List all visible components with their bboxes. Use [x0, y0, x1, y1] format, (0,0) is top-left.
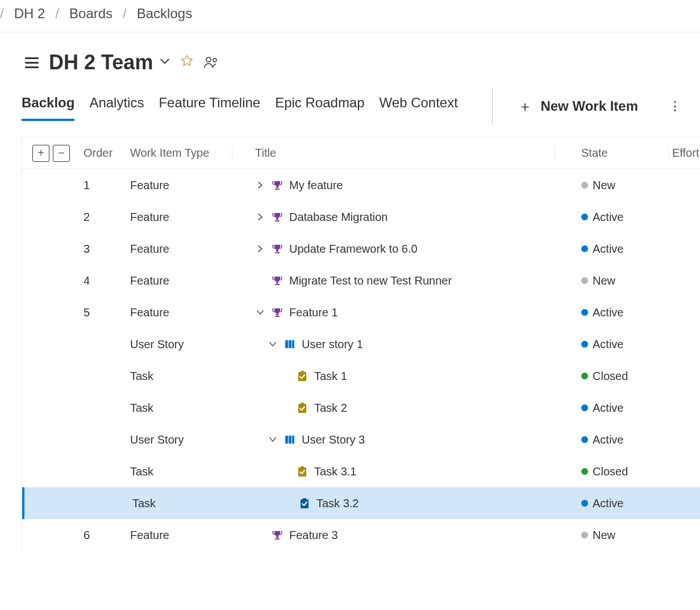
table-row[interactable]: User StoryUser Story 3Active	[22, 424, 700, 456]
new-work-item-label: New Work Item	[540, 98, 638, 114]
tab-analytics[interactable]: Analytics	[89, 91, 144, 121]
expand-all-button[interactable]: +	[32, 145, 49, 162]
cell-state: New	[593, 529, 615, 542]
cell-state: Active	[593, 306, 623, 319]
trophy-icon	[271, 274, 284, 287]
cell-title[interactable]: Feature 3	[289, 529, 338, 542]
breadcrumb-item[interactable]: Backlogs	[137, 6, 192, 22]
cell-title[interactable]: Feature 1	[289, 306, 338, 319]
cell-state: Active	[593, 338, 623, 351]
book-icon	[284, 338, 296, 350]
breadcrumb-item[interactable]: Boards	[69, 6, 113, 22]
cell-title[interactable]: My feature	[289, 179, 343, 192]
plus-icon: ＋	[518, 97, 532, 116]
state-dot-icon	[581, 277, 588, 284]
cell-title[interactable]: User story 1	[302, 338, 363, 351]
breadcrumb-sep: /	[123, 6, 127, 22]
expand-collapse-controls: + −	[22, 145, 79, 162]
breadcrumb-sep: /	[55, 6, 59, 22]
cell-state: New	[593, 274, 615, 287]
table-row[interactable]: 6FeatureFeature 3New	[22, 519, 700, 551]
trophy-icon	[271, 179, 284, 191]
svg-rect-10	[289, 436, 291, 444]
svg-rect-8	[301, 403, 304, 405]
chevron-right-icon[interactable]	[255, 213, 265, 221]
cell-title[interactable]: Task 3.2	[316, 497, 359, 510]
trophy-icon	[271, 211, 284, 223]
tab-web-context[interactable]: Web Context	[380, 91, 458, 121]
svg-rect-11	[292, 436, 294, 444]
table-row[interactable]: TaskTask 3.2Active	[22, 487, 700, 519]
state-dot-icon	[581, 532, 588, 538]
table-row[interactable]: 4FeatureMigrate Test to new Test RunnerN…	[22, 265, 700, 296]
cell-title[interactable]: Task 1	[314, 370, 347, 383]
chevron-down-icon[interactable]	[255, 308, 265, 316]
cell-title[interactable]: Migrate Test to new Test Runner	[289, 274, 452, 287]
table-row[interactable]: TaskTask 1Closed	[22, 360, 700, 392]
table-row[interactable]: TaskTask 3.1Closed	[22, 456, 700, 487]
cell-type: User Story	[130, 433, 232, 446]
breadcrumb-item[interactable]: DH 2	[14, 6, 45, 22]
more-icon[interactable]: ⋮	[666, 97, 683, 116]
trophy-icon	[271, 306, 284, 319]
cell-state: Closed	[593, 370, 628, 383]
table-row[interactable]: 1FeatureMy featureNew	[22, 169, 700, 201]
team-picker[interactable]: DH 2 Team	[49, 51, 170, 74]
state-dot-icon	[581, 373, 588, 379]
grid-body: 1FeatureMy featureNew2FeatureDatabase Mi…	[22, 169, 700, 551]
chevron-down-icon[interactable]	[268, 436, 278, 444]
chevron-down-icon	[160, 56, 170, 69]
state-dot-icon	[581, 245, 588, 252]
table-row[interactable]: TaskTask 2Active	[22, 392, 700, 424]
cell-order: 3	[79, 243, 130, 256]
hamburger-icon[interactable]	[25, 57, 39, 68]
col-header-effort[interactable]: Effort	[669, 147, 700, 160]
task-blue-icon	[298, 497, 311, 509]
col-header-state[interactable]: State	[555, 147, 669, 160]
table-row[interactable]: 5FeatureFeature 1Active	[22, 296, 700, 328]
tab-epic-roadmap[interactable]: Epic Roadmap	[275, 91, 364, 121]
team-name: DH 2 Team	[49, 51, 153, 74]
cell-title[interactable]: User Story 3	[302, 433, 365, 446]
svg-point-0	[206, 57, 211, 62]
cell-state: New	[593, 179, 615, 192]
cell-title[interactable]: Task 2	[314, 402, 347, 415]
svg-rect-4	[292, 340, 294, 348]
cell-order: 6	[79, 529, 130, 542]
col-header-title[interactable]: Title	[232, 147, 555, 160]
task-icon	[296, 465, 309, 478]
cell-title[interactable]: Database Migration	[289, 211, 388, 224]
svg-point-1	[213, 59, 216, 62]
tab-feature-timeline[interactable]: Feature Timeline	[159, 91, 260, 121]
table-row[interactable]: 3FeatureUpdate Framework to 6.0Active	[22, 233, 700, 265]
col-header-type[interactable]: Work Item Type	[130, 147, 232, 160]
svg-rect-9	[285, 436, 288, 444]
table-row[interactable]: 2FeatureDatabase MigrationActive	[22, 201, 700, 233]
collapse-all-button[interactable]: −	[53, 145, 70, 162]
cell-title[interactable]: Update Framework to 6.0	[289, 243, 418, 256]
state-dot-icon	[581, 468, 588, 475]
cell-type: User Story	[130, 338, 232, 351]
cell-state: Active	[593, 497, 623, 510]
breadcrumb: / DH 2 / Boards / Backlogs	[0, 0, 700, 32]
cell-type: Feature	[130, 274, 232, 287]
svg-rect-6	[301, 371, 304, 373]
chevron-right-icon[interactable]	[255, 245, 265, 253]
new-work-item-button[interactable]: ＋ New Work Item	[518, 97, 638, 116]
cell-type: Feature	[130, 306, 232, 319]
chevron-right-icon[interactable]	[255, 181, 265, 189]
col-header-order[interactable]: Order	[79, 147, 130, 160]
tab-backlog[interactable]: Backlog	[22, 91, 74, 121]
cell-type: Task	[132, 497, 235, 510]
table-row[interactable]: User StoryUser story 1Active	[22, 328, 700, 360]
cell-title[interactable]: Task 3.1	[314, 465, 356, 478]
people-icon[interactable]	[204, 56, 219, 69]
trophy-icon	[271, 529, 284, 541]
cell-order: 1	[79, 179, 130, 192]
cell-state: Closed	[593, 465, 628, 478]
cell-state: Active	[593, 433, 623, 446]
chevron-down-icon[interactable]	[268, 340, 278, 348]
cell-state: Active	[593, 243, 623, 256]
page-header: DH 2 Team	[0, 32, 700, 74]
star-icon[interactable]	[180, 54, 194, 71]
